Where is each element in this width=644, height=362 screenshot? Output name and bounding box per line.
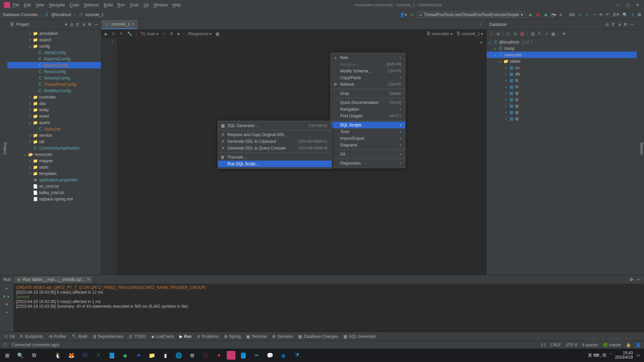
db-tree-item[interactable]: ›▦qr [487,90,637,96]
rollback-icon[interactable]: ↶ [606,12,609,17]
menu-item[interactable]: Quick DocumentationCtrl+Q [331,99,405,106]
indent-info[interactable]: 4 spaces [582,343,598,347]
stop-icon[interactable]: ■ [559,12,562,17]
db-tree-item[interactable]: ›▦dis [487,71,637,77]
menu-item[interactable]: Git› [331,151,405,158]
vscode-icon[interactable]: ⧩ [291,350,303,360]
taskview-icon[interactable]: ⧉ [28,350,40,360]
excel-icon[interactable]: X [93,350,104,360]
menu-window[interactable]: Window [153,3,168,7]
menu-item[interactable]: 🗑Truncate… [218,154,331,161]
tree-item[interactable]: ›📁templates [7,170,101,177]
menu-item[interactable]: ▦SQL Generator…Ctrl+Alt+G [218,122,331,129]
man-icon[interactable]: 👤 [636,343,641,347]
window-controls[interactable]: — ▢ ✕ [616,3,643,7]
table-icon[interactable]: ▤ [531,32,535,36]
wechat-icon[interactable]: 💬 [264,350,276,360]
menu-file[interactable]: File [13,3,19,7]
tree-item[interactable]: 📄kafka_cmd.txt [7,189,101,196]
gear-icon[interactable]: ⚙ [638,12,641,17]
bottom-tab-profiler[interactable]: ◔Profiler [49,334,66,339]
settings-icon[interactable]: ⚙ [186,350,198,360]
chevron-up-icon[interactable]: ˄ [610,353,612,358]
tree-item[interactable]: ›📁service [7,132,101,138]
menu-item[interactable]: DropDelete [331,90,405,97]
bottom-tab-sql-generator[interactable]: ▦SQL Generator [343,334,376,339]
word-icon[interactable]: W [79,350,91,360]
terminal-icon[interactable]: ▮ [160,350,171,360]
db-tree-item[interactable]: ⌄🛢@localhost2 of 7 [487,39,637,45]
execute-icon[interactable]: ▶ [105,32,108,36]
encoding[interactable]: UTF-8 [566,343,577,347]
menu-item[interactable]: Run SQL Script… [218,161,331,167]
tree-item[interactable]: ›📁static [7,164,101,170]
settings-icon[interactable]: ⚙ [624,22,627,27]
menu-item[interactable]: Modify Schema…Ctrl+F6 [331,68,405,74]
share-icon[interactable]: ↥ [631,12,634,17]
book-icon[interactable]: 📘 [106,350,117,360]
tree-item[interactable]: ›📁controller [7,94,101,100]
right-tool-strip[interactable]: MavenDatabaseNotifications [637,19,644,275]
search-icon[interactable]: 🔍 [15,350,26,360]
caret-pos[interactable]: 1:1 [540,343,546,347]
app-icon[interactable]: ∞ [251,350,262,360]
start-icon[interactable]: ⊞ [1,350,13,360]
menu-item[interactable]: ↗Request and Copy Original DDL [218,131,331,138]
bottom-tab-endpoints[interactable]: ⇱Endpoints [20,334,43,339]
clock[interactable]: 15:432023/4/19 [615,351,633,360]
menu-item[interactable]: ↗Generate DDL to Query ConsoleCtrl+Alt+S… [218,145,331,152]
run-gutter[interactable]: ▸ ⏵⏵ ■ ⤶ [0,284,13,332]
breadcrumb-item[interactable]: console_1 [85,12,104,17]
db-tree-item[interactable]: ›▦co [487,64,637,71]
eol-mode[interactable]: CRLF [551,343,561,347]
editor-tabs[interactable]: ⎇console_1× ⋮ [101,19,486,29]
edit-icon[interactable]: ✎ [538,32,541,36]
gear-icon[interactable]: ⚙ [630,277,633,282]
profile-icon[interactable]: ◔▾ [551,12,556,17]
menu-item[interactable]: Navigation› [331,106,405,113]
menu-code[interactable]: Code [69,3,79,7]
taskbar[interactable]: ⊞ 🔍 ⧉ 🐧 🦊 W X 📘 ◆ ✈ 📁 ▮ 🌐 ⚙ ⬡ ● 📘 ∞ 💬 ◉ … [0,349,644,362]
menu-help[interactable]: Help [172,3,181,7]
user-icon[interactable]: 👤▾ [400,12,407,17]
bottom-tab-git[interactable]: ⌥Git [3,334,15,339]
tree-item[interactable]: CAlphaConfig [7,49,101,56]
tree-item[interactable]: CThreadPoolConfig [7,81,101,87]
update-icon[interactable]: ✔ [579,12,582,17]
bottom-tab-problems[interactable]: ⊘Problems [197,334,219,339]
menu-item[interactable]: Find UsagesAlt+F7 [331,113,405,119]
branch-indicator[interactable]: 🌿 master [603,343,621,347]
toolwin-project[interactable]: Project [3,142,7,155]
bottom-tab-todo[interactable]: ☑TODO [129,334,146,339]
history-icon[interactable]: ⏲ [112,32,116,36]
menu-item[interactable]: ＋New› [331,54,405,61]
tree-item[interactable]: 📄es_cmd.txt [7,183,101,189]
close-icon[interactable]: × [132,22,134,26]
add-icon[interactable]: ＋ [489,31,493,37]
menu-item[interactable]: Tools› [331,128,405,135]
bottom-tab-dependencies[interactable]: ⇶Dependencies [93,334,123,339]
run-config-selector[interactable]: ▸ThreadPoolTests.testThreadPoolTaskExecu… [417,11,526,18]
wrench-icon[interactable]: 🔧 [127,32,132,36]
bottom-tool-tabs[interactable]: ⌥Git⇱Endpoints◔Profiler🔨Build⇶Dependenci… [0,332,644,341]
console-select[interactable]: 🗄 console_1 ▾ [457,32,483,36]
hide-icon[interactable]: — [637,277,641,282]
menu-item[interactable]: Diagrams› [331,142,405,148]
breadcrumb-item[interactable]: Database Consoles [3,12,38,17]
commit-icon[interactable]: ✓ [162,32,166,36]
back-icon[interactable]: ↩ [410,12,414,17]
filter-icon[interactable]: ▼ [562,32,566,36]
project-pane-title[interactable]: Project [16,22,62,27]
history-icon[interactable]: ⟲ [599,12,602,17]
db-tree-item[interactable]: ›▦qr [487,96,637,103]
bottom-tab-terminal[interactable]: ▣Terminal [246,334,267,339]
expand-icon[interactable]: ⇵ [611,22,615,27]
tree-item[interactable]: ⌄📁quartz [7,119,101,126]
lock-icon[interactable]: 🔒 [626,343,631,347]
menu-bar[interactable]: FileEditViewNavigateCodeRefactorBuildRun… [13,3,181,7]
playground-select[interactable]: Playground ▾ [188,32,212,36]
left-tool-strip[interactable]: ProjectCommitPull RequestsBookmarksStruc… [0,19,7,275]
menu-view[interactable]: View [36,3,44,7]
commit-icon[interactable]: ✓ [586,12,589,17]
tree-item[interactable]: ⌄📂resources [7,151,101,158]
